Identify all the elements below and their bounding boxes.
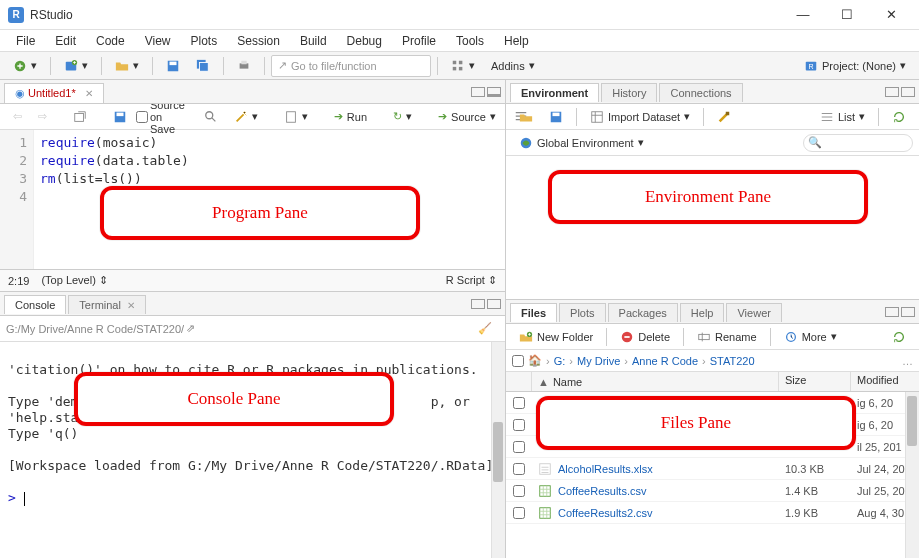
crumb-anne[interactable]: Anne R Code xyxy=(632,355,698,367)
scope-button[interactable]: Global Environment ▾ xyxy=(512,132,651,154)
tab-files[interactable]: Files xyxy=(510,303,557,322)
scrollbar[interactable] xyxy=(491,342,505,558)
crumb-mydrive[interactable]: My Drive xyxy=(577,355,620,367)
clear-env-button[interactable] xyxy=(710,106,738,128)
tab-connections[interactable]: Connections xyxy=(659,83,742,102)
list-view-button[interactable]: List ▾ xyxy=(813,106,872,128)
new-project-button[interactable]: ▾ xyxy=(57,55,95,77)
console-path-icon[interactable]: ⇗ xyxy=(186,322,195,335)
close-button[interactable]: ✕ xyxy=(871,2,911,28)
addins-button[interactable]: Addins ▾ xyxy=(484,55,542,77)
tab-plots[interactable]: Plots xyxy=(559,303,605,322)
pane-minmax[interactable] xyxy=(885,87,915,97)
home-icon[interactable]: 🏠 xyxy=(528,354,542,367)
tab-viewer[interactable]: Viewer xyxy=(726,303,781,322)
goto-file-function[interactable]: ↗Go to file/function xyxy=(271,55,431,77)
env-body: Environment Pane xyxy=(506,156,919,299)
file-checkbox[interactable] xyxy=(513,397,525,409)
tab-terminal[interactable]: Terminal✕ xyxy=(68,295,146,314)
new-file-button[interactable]: ▾ xyxy=(6,55,44,77)
col-modified[interactable]: Modified xyxy=(851,372,919,391)
tab-console[interactable]: Console xyxy=(4,295,66,314)
lang-selector[interactable]: R Script ⇕ xyxy=(446,274,497,287)
menu-profile[interactable]: Profile xyxy=(394,32,444,50)
file-checkbox[interactable] xyxy=(513,441,525,453)
notebook-button[interactable]: ▾ xyxy=(277,106,315,128)
svg-rect-9 xyxy=(453,60,457,64)
project-button[interactable]: RProject: (None) ▾ xyxy=(797,55,913,77)
pane-minmax[interactable] xyxy=(471,87,501,97)
tab-history[interactable]: History xyxy=(601,83,657,102)
tab-environment[interactable]: Environment xyxy=(510,83,599,102)
menu-build[interactable]: Build xyxy=(292,32,335,50)
col-name[interactable]: ▲Name xyxy=(532,372,779,391)
wand-button[interactable]: ▾ xyxy=(227,106,265,128)
maximize-button[interactable]: ☐ xyxy=(827,2,867,28)
menu-code[interactable]: Code xyxy=(88,32,133,50)
console-output[interactable]: 'citation()' on how to cite R or R packa… xyxy=(0,342,505,558)
close-icon[interactable]: ✕ xyxy=(127,300,135,311)
menu-edit[interactable]: Edit xyxy=(47,32,84,50)
file-row[interactable]: AlcoholResults.xlsx10.3 KBJul 24, 201 xyxy=(506,458,919,480)
menu-session[interactable]: Session xyxy=(229,32,288,50)
back-button[interactable]: ⇦ xyxy=(6,106,29,128)
crumb-stat220[interactable]: STAT220 xyxy=(710,355,755,367)
file-row[interactable]: ig 6, 20 xyxy=(506,392,919,414)
fwd-button[interactable]: ⇨ xyxy=(31,106,54,128)
refresh-files-button[interactable] xyxy=(885,326,913,348)
open-file-button[interactable]: ▾ xyxy=(108,55,146,77)
pane-minmax[interactable] xyxy=(885,307,915,317)
show-in-new-window[interactable] xyxy=(66,106,94,128)
menu-debug[interactable]: Debug xyxy=(339,32,390,50)
refresh-env-button[interactable] xyxy=(885,106,913,128)
find-button[interactable] xyxy=(197,106,225,128)
rename-button[interactable]: Rename xyxy=(690,326,764,348)
new-folder-button[interactable]: New Folder xyxy=(512,326,600,348)
crumb-drive[interactable]: G: xyxy=(554,355,566,367)
minimize-button[interactable]: — xyxy=(783,2,823,28)
select-all-checkbox[interactable] xyxy=(512,355,524,367)
tab-help[interactable]: Help xyxy=(680,303,725,322)
file-row[interactable]: CoffeeResults2.csv1.9 KBAug 4, 30 xyxy=(506,502,919,524)
save-workspace-button[interactable] xyxy=(542,106,570,128)
files-toolbar: New Folder Delete Rename More ▾ xyxy=(506,324,919,350)
rerun-button[interactable]: ↻▾ xyxy=(386,106,419,128)
menu-file[interactable]: File xyxy=(8,32,43,50)
file-checkbox[interactable] xyxy=(513,419,525,431)
save-source-button[interactable] xyxy=(106,106,134,128)
code-editor[interactable]: 1 2 3 4 require(mosaic) require(data.tab… xyxy=(0,130,505,269)
load-workspace-button[interactable] xyxy=(512,106,540,128)
svg-rect-23 xyxy=(726,111,730,115)
more-button[interactable]: More ▾ xyxy=(777,326,844,348)
print-button[interactable] xyxy=(230,55,258,77)
file-checkbox[interactable] xyxy=(513,485,525,497)
clear-console-button[interactable]: 🧹 xyxy=(471,318,499,340)
delete-button[interactable]: Delete xyxy=(613,326,677,348)
env-search[interactable]: 🔍 xyxy=(803,134,913,152)
menu-view[interactable]: View xyxy=(137,32,179,50)
path-more-icon[interactable]: … xyxy=(902,355,913,367)
file-checkbox[interactable] xyxy=(513,463,525,475)
save-all-button[interactable] xyxy=(189,55,217,77)
source-on-save-checkbox[interactable] xyxy=(136,111,148,123)
scrollbar[interactable] xyxy=(905,392,919,558)
col-size[interactable]: Size xyxy=(779,372,851,391)
menu-tools[interactable]: Tools xyxy=(448,32,492,50)
main-toolbar: ▾ ▾ ▾ ↗Go to file/function ▾ Addins ▾ RP… xyxy=(0,52,919,80)
tab-packages[interactable]: Packages xyxy=(608,303,678,322)
file-row[interactable]: il 25, 201 xyxy=(506,436,919,458)
grid-button[interactable]: ▾ xyxy=(444,55,482,77)
source-button[interactable]: ➔Source ▾ xyxy=(431,106,503,128)
menu-plots[interactable]: Plots xyxy=(183,32,226,50)
run-button[interactable]: ➔Run xyxy=(327,106,374,128)
save-button[interactable] xyxy=(159,55,187,77)
scope-selector[interactable]: (Top Level) ⇕ xyxy=(41,274,107,287)
menu-help[interactable]: Help xyxy=(496,32,537,50)
tab-untitled1[interactable]: ◉ Untitled1* ✕ xyxy=(4,83,104,103)
pane-minmax[interactable] xyxy=(471,299,501,309)
import-dataset-button[interactable]: Import Dataset ▾ xyxy=(583,106,697,128)
file-row[interactable]: CoffeeResults.csv1.4 KBJul 25, 201 xyxy=(506,480,919,502)
close-tab-icon[interactable]: ✕ xyxy=(85,88,93,99)
file-row[interactable]: ig 6, 20 xyxy=(506,414,919,436)
file-checkbox[interactable] xyxy=(513,507,525,519)
